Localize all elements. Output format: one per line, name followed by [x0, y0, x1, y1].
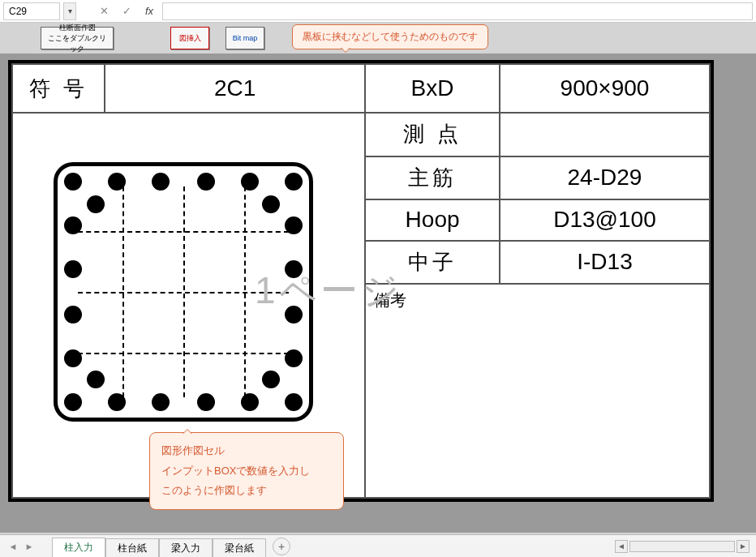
tb-btn3-label: Bit map	[233, 34, 258, 42]
sheet-tab-3[interactable]: 梁台紙	[213, 538, 266, 558]
name-box-dropdown[interactable]: ▾	[63, 2, 76, 20]
cross-section-diagram	[54, 162, 313, 422]
rebar-dot	[64, 349, 82, 367]
tab-scroll-prev[interactable]: ◄	[6, 540, 19, 553]
rebar-dot	[64, 216, 82, 234]
draw-cross-section-button[interactable]: 柱断面作図 ここをダブルクリック	[41, 27, 114, 49]
bitmap-button[interactable]: Bit map	[226, 27, 264, 49]
cell-shukin-value[interactable]: 24-D29	[500, 156, 710, 200]
rebar-dot	[64, 173, 82, 191]
sheet-tab-1[interactable]: 柱台紙	[105, 538, 159, 558]
callout-bottom-l2: インプットBOXで数値を入力し	[161, 461, 332, 482]
callout-top-text: 黒板に挟むなどして使うためのものです	[303, 31, 478, 42]
tie-v	[122, 186, 124, 397]
cell-hoop-value[interactable]: D13@100	[500, 199, 710, 241]
cell-hoop-label[interactable]: Hoop	[365, 199, 500, 241]
rebar-dot	[241, 173, 259, 191]
name-box-text: C29	[9, 6, 27, 17]
sheet-tab-2[interactable]: 梁入力	[159, 538, 213, 558]
rebar-dot	[241, 393, 259, 411]
hscroll-track[interactable]	[629, 541, 735, 552]
rebar-dot	[285, 216, 303, 234]
column-data-table: 符 号 2C1 BxD 900×900	[11, 63, 711, 499]
rebar-dot	[285, 306, 303, 323]
callout-blackboard-note: 黒板に挟むなどして使うためのものです	[292, 24, 488, 49]
tab-scroll-next[interactable]: ►	[23, 540, 36, 553]
rebar-dot	[152, 393, 170, 411]
fx-icon: fx	[145, 5, 153, 17]
tab-scroll-controls: ◄ ►	[6, 540, 36, 553]
rebar-dot	[64, 306, 82, 323]
tie-v	[244, 186, 246, 397]
rebar-dot	[87, 371, 105, 388]
rebar-dot	[285, 260, 303, 278]
cell-nakago-value[interactable]: I-D13	[500, 241, 710, 285]
horizontal-scroll: ◄ ►	[290, 540, 750, 553]
name-box[interactable]: C29	[3, 2, 60, 20]
rebar-dot	[108, 173, 126, 191]
rebar-dot	[285, 393, 303, 411]
print-page-box: 符 号 2C1 BxD 900×900	[8, 60, 714, 502]
callout-diagram-note: 図形作図セル インプットBOXで数値を入力し このように作図します	[149, 432, 344, 510]
tb-btn2-label: 図挿入	[179, 33, 201, 44]
rebar-dot	[197, 173, 215, 191]
rebar-dot	[285, 349, 303, 367]
rebar-dot	[197, 393, 215, 411]
cell-bxd-label[interactable]: BxD	[365, 64, 500, 113]
hscroll-right-button[interactable]: ►	[737, 540, 750, 553]
callout-bottom-l1: 図形作図セル	[161, 441, 332, 461]
cell-nakago-label[interactable]: 中子	[365, 241, 500, 285]
cell-bxd-value[interactable]: 900×900	[500, 64, 710, 113]
sheet-tab-bar: ◄ ► 柱入力 柱台紙 梁入力 梁台紙 + ◄ ►	[0, 534, 756, 557]
tb-btn1-line1: 柱断面作図	[59, 23, 96, 33]
cell-sokuten-label[interactable]: 測 点	[365, 113, 500, 156]
formula-cancel-button[interactable]: ✕	[94, 2, 114, 20]
insert-figure-button[interactable]: 図挿入	[170, 27, 209, 49]
rebar-dot	[152, 173, 170, 191]
worksheet-area: 符 号 2C1 BxD 900×900	[0, 54, 756, 533]
tb-btn1-line2: ここをダブルクリック	[46, 33, 108, 54]
rebar-dot	[285, 173, 303, 191]
tie-v	[183, 186, 185, 397]
rebar-dot	[262, 195, 280, 213]
callout-bottom-l3: このように作図します	[161, 481, 332, 501]
formula-confirm-button[interactable]: ✓	[117, 2, 136, 20]
rebar-dot	[87, 195, 105, 213]
cell-fugou-label[interactable]: 符 号	[12, 64, 105, 113]
rebar-dot	[262, 371, 280, 388]
cell-notes[interactable]: 備考	[365, 284, 710, 498]
rebar-dot	[64, 260, 82, 278]
rebar-dot	[108, 393, 126, 411]
insert-function-button[interactable]: fx	[140, 2, 159, 20]
formula-bar-input[interactable]	[162, 2, 753, 20]
rebar-dot	[64, 393, 82, 411]
new-sheet-button[interactable]: +	[273, 538, 290, 555]
cell-sokuten-value[interactable]	[500, 113, 710, 156]
hscroll-left-button[interactable]: ◄	[615, 540, 628, 553]
sheet-tab-0[interactable]: 柱入力	[52, 538, 105, 558]
cell-shukin-label[interactable]: 主筋	[365, 156, 500, 200]
cell-fugou-value[interactable]: 2C1	[105, 64, 365, 113]
formula-bar-row: C29 ▾ ✕ ✓ fx	[0, 0, 756, 23]
